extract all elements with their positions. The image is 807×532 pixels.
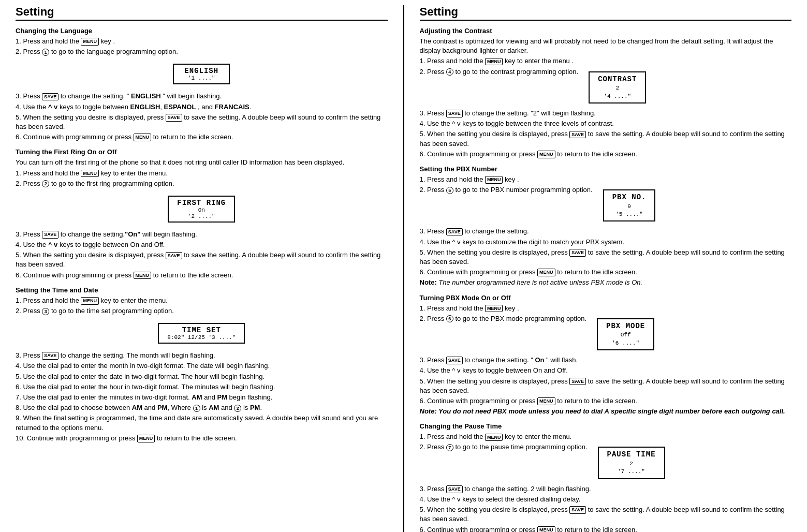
- pbx-mode-note: Note: You do not need PBX mode unless yo…: [420, 407, 792, 416]
- contrast-lcd-line3: '4 ....": [598, 93, 637, 100]
- first-ring-step5: 5. When the setting you desire is displa…: [16, 250, 388, 269]
- pbx-mode-step6: 6. Continue with programming or press ME…: [420, 396, 792, 406]
- first-ring-step1: 1. Press and hold the MENU key to enter …: [16, 169, 388, 178]
- menu-key7-icon: MENU: [485, 58, 503, 66]
- pbx-num-lcd-box: PBX NO. 9 '5 ....": [603, 189, 656, 221]
- menu-key2-icon: MENU: [134, 134, 152, 141]
- pbx-mode-step4: 4. Use the ^ v keys to toggle between On…: [420, 366, 792, 375]
- contrast-step2-text: 2. Press 4 to go to the contrast program…: [420, 67, 579, 77]
- pause-lcd-line2: 2: [607, 460, 656, 468]
- menu-key5-icon: MENU: [81, 297, 99, 305]
- time-step6: 6. Use the dial pad to enter the hour in…: [16, 382, 388, 392]
- time-step4: 4. Use the dial pad to enter the month i…: [16, 361, 388, 371]
- lang-step3: 3. Press SAVE to change the setting. " E…: [16, 92, 388, 101]
- time-step5: 5. Use the dial pad to enter the date in…: [16, 372, 388, 381]
- pbx-mode-lcd-box: PBX MODE Off '6 ....": [597, 318, 654, 350]
- menu-key10-icon: MENU: [537, 269, 555, 276]
- contrast-step6: 6. Continue with programming or press ME…: [420, 150, 792, 159]
- first-ring-lcd: FIRST RING On '2 ....": [16, 191, 388, 227]
- contrast-heading: Adjusting the Contrast: [420, 27, 792, 35]
- save-key8-icon: SAVE: [446, 228, 463, 236]
- section-first-ring: Turning the First Ring On or Off You can…: [16, 148, 388, 280]
- first-ring-step4: 4. Use the ^ v keys to toggle between On…: [16, 240, 388, 249]
- pbx-num-step6: 6. Continue with programming or press ME…: [420, 268, 792, 277]
- lang-step1: 1. Press and hold the MENU key .: [16, 37, 388, 46]
- section-time-date: Setting the Time and Date 1. Press and h…: [16, 286, 388, 443]
- am-icon: 1: [193, 405, 200, 412]
- contrast-step4: 4. Use the ^ v keys to toggle between th…: [420, 119, 792, 128]
- menu-key-icon: MENU: [81, 38, 99, 46]
- save-key7-icon: SAVE: [569, 131, 586, 139]
- section-pause-time: Changing the Pause Time 1. Press and hol…: [420, 422, 792, 532]
- left-title: Setting: [16, 5, 388, 21]
- lang-step6: 6. Continue with programming or press ME…: [16, 132, 388, 142]
- time-step3: 3. Press SAVE to change the setting. The…: [16, 351, 388, 360]
- pause-step6: 6. Continue with programming or press ME…: [420, 525, 792, 532]
- pbx-mode-step5: 5. When the setting you desire is displa…: [420, 377, 792, 395]
- time-step1: 1. Press and hold the MENU key to enter …: [16, 296, 388, 305]
- pause-step1: 1. Press and hold the MENU key to enter …: [420, 432, 792, 441]
- menu-key12-icon: MENU: [537, 397, 555, 405]
- lang-lcd-line1: ENGLISH: [182, 67, 221, 75]
- lang-lcd-line2: '1 ....": [182, 75, 221, 81]
- save-key-icon: SAVE: [42, 93, 58, 101]
- menu-key8-icon: MENU: [537, 151, 555, 158]
- first-ring-lcd-box: FIRST RING On '2 ....": [168, 196, 235, 223]
- pbx-mode-heading: Turning PBX Mode On or Off: [420, 294, 792, 302]
- pbx-num-lcd-line2: 9: [612, 203, 647, 211]
- menu-key13-icon: MENU: [485, 434, 503, 441]
- first-ring-intro: You can turn off the first ring of the p…: [16, 158, 388, 167]
- time-step8: 8. Use the dial pad to choose between AM…: [16, 403, 388, 412]
- contrast-lcd-line2: 2: [598, 84, 637, 92]
- lang-step2: 2. Press 1 to go to the language program…: [16, 47, 388, 56]
- save-key2-icon: SAVE: [166, 114, 182, 122]
- language-heading: Changing the Language: [16, 27, 388, 35]
- section-pbx-mode: Turning PBX Mode On or Off 1. Press and …: [420, 294, 792, 417]
- menu-key4-icon: MENU: [134, 272, 152, 279]
- pause-time-heading: Changing the Pause Time: [420, 422, 792, 430]
- pbx-mode-step2: 2. Press 6 to go to the PBX mode program…: [420, 314, 792, 354]
- contrast-step3: 3. Press SAVE to change the setting. "2"…: [420, 109, 792, 118]
- save-key3-icon: SAVE: [42, 231, 58, 239]
- left-column: Setting Changing the Language 1. Press a…: [16, 5, 404, 532]
- save-key10-icon: SAVE: [446, 357, 463, 364]
- pause-step2-text: 2. Press 7 to go to the pause time progr…: [420, 442, 588, 452]
- menu-key6-icon: MENU: [137, 435, 155, 442]
- menu-key11-icon: MENU: [485, 305, 503, 313]
- pbx-num-lcd-line3: '5 ....": [612, 211, 647, 218]
- section-language: Changing the Language 1. Press and hold …: [16, 27, 388, 142]
- lang-lcd-box: ENGLISH '1 ....": [173, 64, 230, 84]
- contrast-lcd-line1: CONTRAST: [598, 75, 637, 85]
- pbx-mode-lcd-line1: PBX MODE: [606, 321, 645, 332]
- pause-step3: 3. Press SAVE to change the setting. 2 w…: [420, 484, 792, 494]
- num5-icon: 5: [446, 187, 453, 194]
- save-key9-icon: SAVE: [569, 249, 586, 257]
- num3-icon: 3: [42, 308, 49, 315]
- menu-key14-icon: MENU: [537, 526, 555, 532]
- num6-icon: 6: [446, 315, 453, 322]
- time-step2: 2. Press 3 to go to the time set program…: [16, 306, 388, 316]
- pbx-num-lcd-line1: PBX NO.: [612, 193, 647, 203]
- save-key11-icon: SAVE: [569, 378, 586, 386]
- right-title: Setting: [420, 5, 792, 21]
- first-ring-lcd-line3: '2 ....": [177, 213, 226, 219]
- first-ring-lcd-line2: On: [177, 207, 226, 213]
- save-key13-icon: SAVE: [569, 506, 586, 514]
- contrast-step1: 1. Press and hold the MENU key to enter …: [420, 56, 792, 66]
- time-lcd-line2: 8:02" 12/25 '3 ....": [167, 334, 236, 341]
- first-ring-heading: Turning the First Ring On or Off: [16, 148, 388, 156]
- pbx-num-note: Note: The number programmed here is not …: [420, 278, 792, 287]
- pause-lcd-line3: '7 ....": [607, 468, 656, 476]
- pause-step4: 4. Use the ^ v keys to select the desire…: [420, 495, 792, 504]
- time-lcd-line1: TIME SET: [167, 326, 236, 334]
- section-pbx-number: Setting the PBX Number 1. Press and hold…: [420, 165, 792, 288]
- time-step10: 10. Continue with programming or press M…: [16, 434, 388, 443]
- first-ring-lcd-line1: FIRST RING: [177, 199, 226, 207]
- main-content: Setting Changing the Language 1. Press a…: [0, 0, 807, 532]
- first-ring-step6: 6. Continue with programming or press ME…: [16, 271, 388, 280]
- menu-key3-icon: MENU: [81, 170, 99, 178]
- time-step9: 9. When the final setting is programmed,…: [16, 413, 388, 432]
- right-column: Setting Adjusting the Contrast The contr…: [404, 5, 792, 532]
- pbx-mode-step1: 1. Press and hold the MENU key .: [420, 304, 792, 313]
- pbx-num-step5: 5. When the setting you desire is displa…: [420, 248, 792, 267]
